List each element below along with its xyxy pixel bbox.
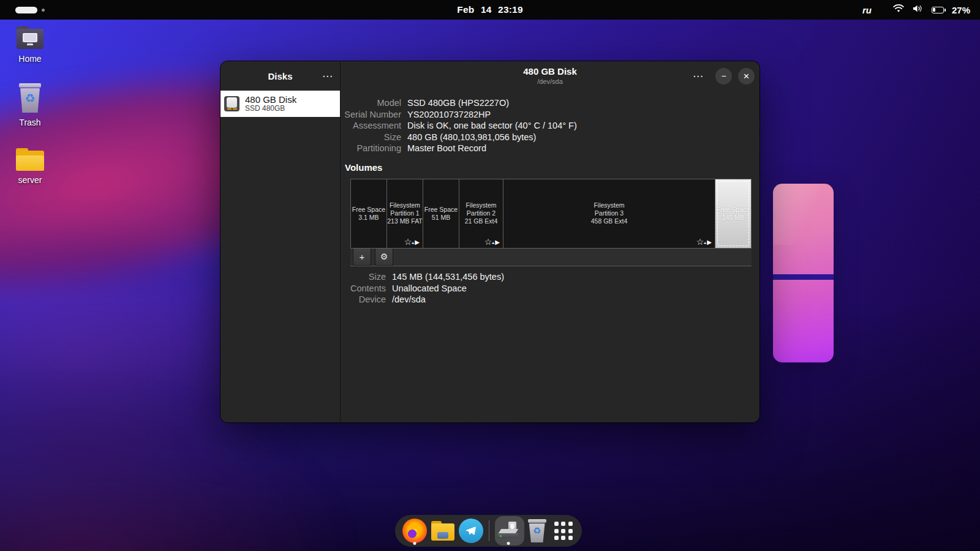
- app-menu-button[interactable]: ⋯: [322, 61, 333, 91]
- mounted-play-icon: ▶: [707, 238, 712, 246]
- drive-icon: [224, 96, 239, 111]
- battery-fill-level: [933, 8, 935, 12]
- info-value: Master Boot Record: [407, 143, 760, 154]
- wallpaper-pink-card: [773, 184, 834, 362]
- disks-main-pane: 480 GB Disk /dev/sda ⋯ − × Model SSD 480…: [341, 61, 760, 422]
- volume-segment-label: Free Space 3.1 MB: [352, 206, 385, 222]
- sidebar-item-texts: 480 GB Disk SSD 480GB: [245, 94, 296, 113]
- sidebar-item-title: 480 GB Disk: [245, 94, 296, 105]
- running-indicator: [507, 542, 510, 545]
- drive-info-grid: Model SSD 480GB (HPS2227O) Serial Number…: [343, 97, 760, 154]
- dock-item-telegram[interactable]: [459, 515, 483, 547]
- mounted-play-icon: ▶: [415, 238, 420, 246]
- desktop-icon-trash[interactable]: ♻ Trash: [4, 83, 56, 127]
- dock-item-files[interactable]: [431, 515, 455, 547]
- desktop-icon-server[interactable]: server: [4, 148, 56, 185]
- volume-icon: [912, 4, 924, 15]
- system-tray[interactable]: ru 27%: [862, 0, 970, 20]
- info-label: Model: [343, 97, 401, 109]
- window-title: 480 GB Disk: [523, 67, 577, 77]
- volume-segment-label: Filesystem Partition 3 458 GB Ext4: [591, 201, 628, 225]
- top-bar: Feb 14 23:19 ru 27%: [0, 0, 980, 20]
- volume-toolbar: + ⚙: [350, 249, 752, 266]
- app-grid-icon: [554, 522, 573, 540]
- battery-icon: [932, 7, 944, 13]
- desktop-icon-label: server: [18, 175, 42, 185]
- bookmark-star-icon: ☆: [696, 238, 704, 246]
- drive-menu-button[interactable]: ⋯: [693, 70, 703, 83]
- minimize-button[interactable]: −: [715, 68, 732, 84]
- trash-icon: ♻: [526, 519, 548, 543]
- files-icon: [431, 521, 455, 541]
- dock-item-disks[interactable]: [495, 515, 522, 547]
- selection-info-grid: Size 145 MB (144,531,456 bytes) Contents…: [343, 271, 760, 305]
- running-indicator: [413, 542, 417, 545]
- disks-window: Disks ⋯ 480 GB Disk SSD 480GB 480 GB Dis…: [221, 61, 760, 422]
- folder-icon: [16, 148, 44, 171]
- volumes-heading: Volumes: [345, 162, 760, 173]
- battery-percentage: 27%: [952, 5, 970, 15]
- firefox-icon: [402, 519, 427, 543]
- main-headerbar: 480 GB Disk /dev/sda ⋯ − ×: [341, 61, 760, 91]
- dock-separator: [489, 520, 489, 541]
- wifi-icon: [893, 4, 904, 15]
- info-label: Device: [343, 294, 386, 305]
- info-value: SSD 480GB (HPS2227O): [407, 97, 760, 109]
- volume-segment-partition-3[interactable]: Filesystem Partition 3 458 GB Ext4 ☆ ▶: [503, 179, 715, 248]
- volume-segment-label: Filesystem Partition 1 213 MB FAT: [387, 201, 423, 225]
- sidebar-title: Disks: [268, 71, 292, 81]
- workspace-indicator-active[interactable]: [15, 7, 37, 13]
- volume-badges: ☆ ▶: [484, 238, 500, 246]
- window-subtitle: /dev/sda: [523, 78, 577, 85]
- bookmark-star-icon: ☆: [484, 238, 492, 246]
- desktop-icon-label: Home: [18, 54, 41, 64]
- volume-segment-label: Filesystem Partition 2 21 GB Ext4: [465, 201, 498, 225]
- mounted-play-icon: ▶: [495, 238, 500, 246]
- info-label: Size: [343, 271, 386, 283]
- info-value: 480 GB (480,103,981,056 bytes): [407, 132, 760, 143]
- desktop-icon-label: Trash: [19, 118, 40, 127]
- volume-segment-partition-1[interactable]: Filesystem Partition 1 213 MB FAT ☆ ▶: [387, 179, 423, 248]
- header-titles: 480 GB Disk /dev/sda: [523, 67, 577, 86]
- create-partition-button[interactable]: +: [353, 249, 371, 266]
- close-button[interactable]: ×: [738, 68, 755, 84]
- info-value: Unallocated Space: [392, 283, 760, 294]
- info-value: 145 MB (144,531,456 bytes): [392, 271, 760, 283]
- telegram-icon: [459, 519, 483, 543]
- desktop-icon-home[interactable]: Home: [4, 26, 56, 64]
- volume-segment-free-2[interactable]: Free Space 51 MB: [423, 179, 459, 248]
- volume-segment-free-1[interactable]: Free Space 3.1 MB: [351, 179, 387, 248]
- volume-segment-partition-2[interactable]: Filesystem Partition 2 21 GB Ext4 ☆ ▶: [459, 179, 503, 248]
- dock-item-firefox[interactable]: [402, 515, 427, 547]
- trash-icon: ♻: [17, 83, 43, 113]
- info-label: Serial Number: [343, 109, 401, 121]
- info-value: Disk is OK, one bad sector (40° C / 104°…: [407, 120, 760, 132]
- sidebar-item-subtitle: SSD 480GB: [245, 105, 296, 113]
- volume-badges: ☆ ▶: [404, 238, 420, 246]
- gear-icon: ⚙: [380, 252, 388, 261]
- dock-item-trash[interactable]: ♻: [526, 515, 548, 547]
- volume-badges: ☆ ▶: [696, 238, 712, 246]
- info-value: YS202010737282HP: [407, 109, 760, 121]
- dock: ♻: [395, 515, 582, 547]
- info-label: Size: [343, 132, 401, 143]
- screen: Feb 14 23:19 ru 27% Home: [0, 0, 980, 551]
- wallpaper-pink-card-gap: [773, 274, 834, 280]
- recycle-icon: ♻: [17, 91, 43, 105]
- disks-icon: [496, 519, 521, 543]
- partition-options-button[interactable]: ⚙: [375, 249, 393, 266]
- volume-segment-free-selected[interactable]: Free Space 145 MB: [715, 179, 751, 248]
- info-label: Contents: [343, 283, 386, 294]
- bookmark-star-icon: ☆: [404, 238, 412, 246]
- clock[interactable]: Feb 14 23:19: [457, 0, 522, 20]
- info-label: Assessment: [343, 120, 401, 132]
- recycle-icon: ♻: [526, 525, 548, 536]
- sidebar-headerbar: Disks ⋯: [221, 61, 340, 91]
- keyboard-layout-indicator[interactable]: ru: [862, 5, 872, 15]
- dock-item-show-applications[interactable]: [552, 515, 575, 547]
- disks-sidebar: Disks ⋯ 480 GB Disk SSD 480GB: [221, 61, 341, 422]
- volumes-map: Free Space 3.1 MB Filesystem Partition 1…: [350, 179, 752, 249]
- workspace-indicator-inactive[interactable]: [42, 9, 45, 12]
- sidebar-item-disk[interactable]: 480 GB Disk SSD 480GB: [221, 91, 340, 117]
- home-folder-icon: [15, 26, 45, 50]
